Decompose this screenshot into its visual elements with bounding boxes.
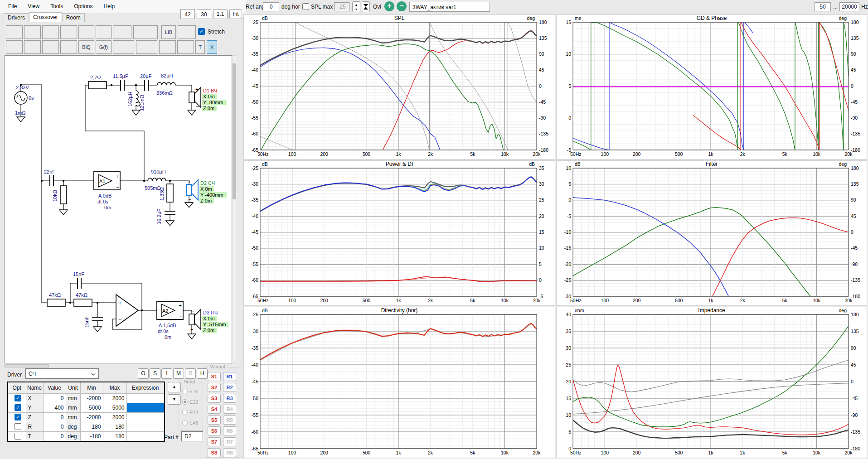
variant-recall-r4[interactable]: R4 [223,405,236,414]
crossfade-tool-button[interactable] [60,40,77,54]
param-name[interactable]: X [26,394,43,403]
param-opt[interactable] [8,413,26,422]
variant-recall-r6[interactable]: R6 [223,426,236,435]
param-opt[interactable] [8,394,26,403]
param-value[interactable]: 0 [43,422,66,432]
param-opt[interactable] [8,422,26,432]
table-header-name[interactable]: Name [26,382,43,394]
param-unit[interactable]: mm [66,394,80,403]
opamp-tool-button[interactable] [96,25,112,39]
param-max[interactable]: 180 [103,432,126,442]
voltage-source[interactable] [15,92,27,104]
table-row-t[interactable]: T0deg-180180 [8,432,165,442]
resistor-lf-1[interactable] [47,299,65,306]
chart-power[interactable]: -25-30-35-40-45-50-55-60-653530252015105… [243,160,555,306]
variant-save-s2[interactable]: S2 [208,383,221,392]
opt-checkbox[interactable] [15,395,21,401]
capacitor-mf[interactable] [50,175,53,186]
wire-tool-button[interactable] [178,25,196,39]
opt-checkbox[interactable] [15,414,21,420]
param-min[interactable]: -2000 [80,413,103,422]
scale-spinner[interactable]: ▲▼ [352,1,360,12]
param-unit[interactable]: mm [66,413,80,422]
param-unit[interactable]: mm [66,403,80,413]
opt-checkbox[interactable] [15,433,21,440]
param-expression[interactable] [126,394,165,403]
chart-filter[interactable]: 1050-5-10-15-20-25-3018013590450-45-90-1… [556,160,867,306]
grid-height-input[interactable]: 30 [197,9,211,19]
variant-save-s1[interactable]: S1 [208,372,221,381]
spl-max-input[interactable]: -25 [334,2,349,11]
table-row-y[interactable]: Y-400mm-50005000 [8,403,165,413]
param-unit[interactable]: deg [66,432,80,442]
table-header-min[interactable]: Min [80,382,103,394]
highpass-tool-button[interactable] [24,25,41,39]
highshelf-tool-button[interactable] [24,40,41,54]
buffer-tool-button[interactable] [78,25,94,39]
table-row-z[interactable]: Z0mm-20002000 [8,413,165,422]
driver-button-o[interactable]: O [138,368,149,379]
driver-button-s[interactable]: S [150,368,160,379]
spl-max-checkbox[interactable] [302,3,309,10]
opt-checkbox[interactable] [15,404,21,411]
resistor-lf-2[interactable] [74,299,92,306]
resistor-mf-zobel[interactable] [167,184,173,202]
menu-file[interactable]: File [4,2,21,11]
driver-button-m[interactable]: M [173,368,184,379]
overlay-add-button[interactable]: + [384,1,394,11]
param-max[interactable]: 180 [103,422,126,432]
variant-save-s7[interactable]: S7 [208,437,221,446]
variant-save-s6[interactable]: S6 [208,426,221,435]
menu-view[interactable]: View [23,2,44,11]
driver-button-r[interactable]: R [185,368,196,379]
stretch-checkbox-box[interactable] [198,28,205,35]
tab-crossover[interactable]: Crossover [29,12,62,22]
param-expression[interactable] [126,422,165,432]
variant-recall-r7[interactable]: R7 [223,437,236,446]
snap-radio-e24[interactable]: E24 [182,410,199,415]
chart-dir[interactable]: -25-30-35-40-45-50-55-60-6550Hz100200500… [243,307,555,458]
param-opt[interactable] [8,403,26,413]
param-value[interactable]: 0 [43,394,66,403]
tab-drivers[interactable]: Drivers [4,13,29,22]
driver-select[interactable]: СЧ [25,368,99,379]
opt-checkbox[interactable] [15,423,21,430]
zoom-one-to-one-button[interactable]: 1:1 [213,9,228,19]
inductor-mf-series[interactable] [148,178,166,181]
project-name-input[interactable]: 3WAY_актив var1 [409,2,490,12]
snap-radio-e12[interactable]: E12 [182,399,199,405]
variant-recall-r8[interactable]: R8 [223,448,236,457]
table-header-value[interactable]: Value [43,382,66,394]
capacitor-hf-1[interactable] [121,80,124,91]
table-header-max[interactable]: Max [103,382,126,394]
chart-spl[interactable]: -25-30-35-40-45-50-55-60-6518013590450-4… [243,14,555,159]
param-expression[interactable] [126,403,165,413]
param-name[interactable]: T [26,432,43,442]
splitter-handle[interactable] [5,364,49,367]
capacitor-lf-feedback[interactable] [78,278,81,289]
driver-button-i[interactable]: I [161,368,172,379]
snap-radio-e48[interactable]: E48 [182,420,199,425]
capacitor-mf-zobel[interactable] [165,211,175,215]
chart-imp[interactable]: 403530252015105018013590450-45-90-135-18… [556,307,867,458]
variant-save-s4[interactable]: S4 [208,405,221,414]
table-row-x[interactable]: X0mm-20002000 [8,394,165,403]
menu-tools[interactable]: Tools [46,2,68,11]
grid-width-input[interactable]: 42 [180,9,195,19]
freq-min-input[interactable]: 50 [815,2,831,11]
table-header-opt[interactable]: Opt [8,382,26,394]
param-name[interactable]: Z [26,413,43,422]
variant-recall-r1[interactable]: R1 [223,372,236,381]
param-min[interactable]: -180 [80,432,103,442]
param-expression[interactable] [126,413,165,422]
param-min[interactable]: -180 [80,422,103,432]
lowpass-tool-button[interactable] [6,25,23,39]
param-name[interactable]: Y [26,403,43,413]
driver-d1-speaker[interactable] [189,87,201,107]
variant-save-s8[interactable]: S8 [208,448,221,457]
param-min[interactable]: -2000 [80,394,103,403]
driver-tool-button[interactable] [159,40,176,54]
resistor-tool-button[interactable] [133,25,158,39]
resistor-mf-shunt[interactable] [60,186,67,204]
resistor-hf-series[interactable] [88,82,107,89]
